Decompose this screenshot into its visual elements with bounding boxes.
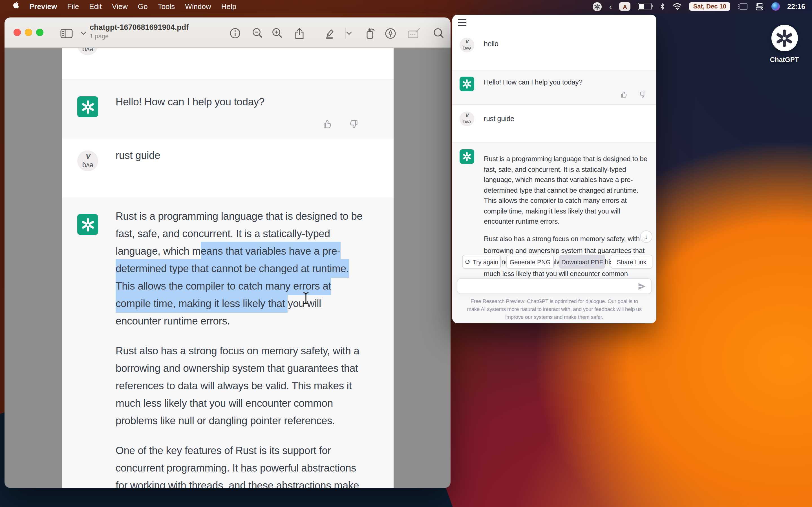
window-title: chatgpt-1670681691904.pdf — [90, 23, 189, 32]
thumbs-down-icon[interactable] — [348, 119, 359, 129]
info-button[interactable] — [229, 26, 242, 40]
form-fill-button[interactable] — [407, 26, 421, 40]
screen-mirroring-icon[interactable] — [738, 3, 748, 10]
text-line: encounter runtime errors. — [484, 216, 647, 227]
preview-window: chatgpt-1670681691904.pdf 1 page — [4, 17, 451, 488]
menu-item-edit[interactable]: Edit — [84, 0, 107, 13]
text-line: much less likely that you will encounter… — [484, 268, 645, 279]
chatgpt-avatar-icon — [77, 214, 98, 235]
generate-png-button[interactable]: Generate PNG — [506, 255, 554, 269]
menu-bar: Preview File Edit View Go Tools Window H… — [0, 0, 812, 13]
apple-menu[interactable] — [7, 0, 24, 13]
feedback-buttons — [620, 91, 646, 99]
text-line: compile time, making it less likely that… — [116, 295, 363, 312]
markup-pen-button[interactable] — [384, 26, 397, 40]
back-chevron-icon[interactable]: ‹ — [609, 0, 612, 13]
menu-item-preview[interactable]: Preview — [24, 0, 62, 13]
answer-paragraph-1: Rust is a programming language that is d… — [116, 207, 363, 330]
user-avatar: Vɓʌǝ — [77, 48, 98, 55]
thumbs-up-icon[interactable] — [322, 119, 333, 129]
pdf-content-area: Vɓʌǝ Hello! How can I help you today? — [4, 48, 451, 488]
text-line: problems like null or dangling pointer r… — [116, 412, 359, 429]
menu-item-tools[interactable]: Tools — [153, 0, 180, 13]
text-line: compile time, making it less likely that… — [484, 206, 647, 216]
desktop-icon-chatgpt[interactable]: ChatGPT — [766, 25, 803, 64]
thumbs-up-icon[interactable] — [620, 91, 628, 99]
date-badge[interactable]: Sat, Dec 10 — [689, 2, 730, 11]
menu-hamburger-icon[interactable] — [458, 19, 466, 27]
assistant-answer-row: Rust is a programming language that is d… — [62, 198, 394, 488]
text-line: This allows the compiler to catch many e… — [116, 277, 363, 295]
user-message-row: Vɓʌǝ rust guide — [62, 138, 394, 198]
desktop: Preview File Edit View Go Tools Window H… — [0, 0, 812, 507]
user-message-text: hello — [484, 40, 499, 48]
chatgpt-avatar-icon — [460, 76, 474, 91]
chatgpt-window: Vɓʌǝ hello Hello! How can I help you tod… — [452, 15, 656, 323]
share-link-button[interactable]: Share Link — [611, 255, 652, 269]
text-line: language, which means that variables hav… — [484, 175, 647, 185]
pdf-page: Vɓʌǝ Hello! How can I help you today? — [62, 48, 394, 488]
user-message-row: Vɓʌǝ hello — [452, 31, 656, 70]
rotate-button[interactable] — [364, 26, 377, 40]
zoom-button[interactable] — [36, 29, 43, 36]
user-prompt-text: rust guide — [116, 147, 160, 164]
menu-bar-clock[interactable]: 22:16 — [787, 3, 805, 10]
chatgpt-avatar-icon — [460, 149, 474, 164]
assistant-greeting-text: Hello! How can I help you today? — [116, 93, 264, 110]
preview-titlebar: chatgpt-1670681691904.pdf 1 page — [4, 17, 451, 48]
page-count: 1 page — [90, 33, 189, 40]
sidebar-toggle-button[interactable] — [60, 26, 73, 40]
menu-item-window[interactable]: Window — [180, 0, 216, 13]
control-center-icon[interactable] — [755, 3, 764, 10]
chatgpt-menu-icon[interactable] — [593, 2, 602, 11]
share-button[interactable] — [293, 26, 306, 40]
menu-item-file[interactable]: File — [62, 0, 84, 13]
feedback-buttons — [322, 119, 359, 129]
text-line: determined type that cannot be changed a… — [116, 260, 363, 277]
chatgpt-avatar-icon — [77, 96, 98, 117]
text-line: references to data will always be valid.… — [116, 377, 359, 394]
user-message-text: rust guide — [484, 115, 514, 123]
highlight-button[interactable] — [322, 26, 336, 40]
text-line: Rust is a programming language that is d… — [484, 154, 647, 164]
text-line: concurrent programming. It has powerful … — [116, 459, 359, 476]
close-button[interactable] — [13, 29, 21, 36]
zoom-in-button[interactable] — [271, 26, 284, 40]
highlight-chevron-icon[interactable] — [342, 26, 356, 40]
chatgpt-logo-icon — [771, 25, 798, 51]
text-line: for working with threads, and these abst… — [116, 476, 359, 488]
keyboard-input-badge[interactable]: A — [619, 2, 631, 11]
send-icon[interactable] — [638, 282, 646, 293]
text-line: Rust is a programming language that is d… — [116, 207, 363, 225]
sidebar-chevron-icon[interactable] — [77, 26, 90, 40]
minimize-button[interactable] — [25, 29, 32, 36]
text-line: One of the key features of Rust is its s… — [116, 442, 359, 459]
bluetooth-icon[interactable] — [659, 2, 666, 11]
battery-icon[interactable] — [638, 3, 652, 10]
menu-item-go[interactable]: Go — [133, 0, 153, 13]
download-pdf-button[interactable]: Download PDF — [559, 255, 605, 269]
assistant-greeting-text: Hello! How can I help you today? — [484, 78, 582, 86]
scroll-to-bottom-button[interactable]: ↓ — [640, 230, 652, 243]
text-line: fast, safe, and concurrent. It is a stat… — [116, 225, 363, 242]
try-again-button[interactable]: Try again — [462, 255, 501, 269]
text-line: encounter runtime errors. — [116, 312, 363, 330]
chat-input[interactable] — [457, 278, 652, 294]
text-line: language, which means that variables hav… — [116, 242, 363, 260]
user-avatar: Vɓʌǝ — [460, 112, 474, 126]
menu-item-help[interactable]: Help — [216, 0, 242, 13]
thumbs-down-icon[interactable] — [638, 91, 646, 99]
wifi-icon[interactable] — [673, 3, 682, 10]
text-line: This allows the compiler to catch many e… — [484, 195, 647, 206]
assistant-message-row: Hello! How can I help you today? — [452, 70, 656, 105]
text-line: borrowing and ownership system that guar… — [116, 359, 359, 377]
siri-icon[interactable] — [771, 2, 780, 11]
search-button[interactable] — [432, 26, 446, 40]
text-line: Rust also has a strong focus on memory s… — [484, 233, 645, 245]
answer-paragraph-2: Rust also has a strong focus on memory s… — [116, 342, 359, 429]
text-cursor — [302, 292, 310, 305]
menu-item-view[interactable]: View — [107, 0, 133, 13]
user-avatar: Vɓʌǝ — [77, 151, 98, 171]
user-avatar: Vɓʌǝ — [460, 38, 474, 52]
zoom-out-button[interactable] — [251, 26, 264, 40]
